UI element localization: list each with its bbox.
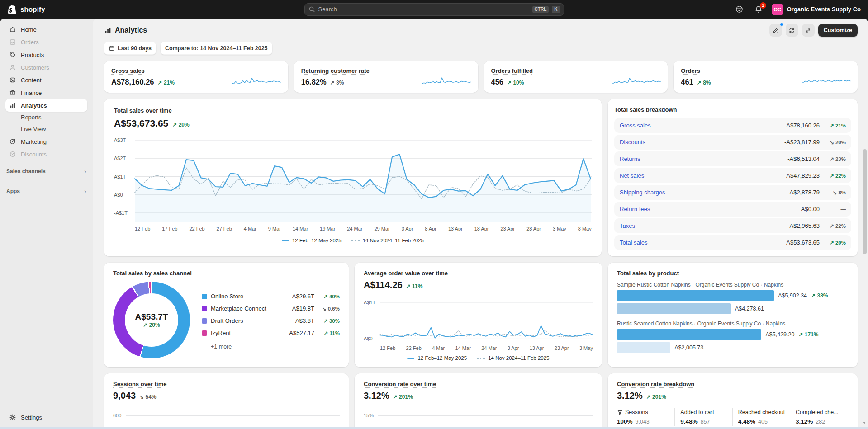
sidebar-item-customers[interactable]: Customers [5, 61, 87, 74]
step-label: Completed che... [796, 409, 839, 415]
breakdown-row: Shipping chargesA$2,878.79↘ 8% [614, 185, 851, 200]
search-input[interactable]: Search CTRL K [304, 3, 564, 16]
x-axis-tick: 12 Feb [380, 345, 395, 351]
card-title-link[interactable]: Total sales by sales channel [113, 270, 192, 277]
x-axis-tick: 23 Apr [500, 226, 515, 231]
sidebar-item-discounts[interactable]: Discounts [5, 148, 87, 160]
account-menu[interactable]: OC Organic Events Supply Co [772, 4, 861, 15]
breakdown-link[interactable]: Taxes [620, 222, 635, 229]
sidebar-item-label: Home [21, 26, 37, 33]
sidebar-item-marketing[interactable]: Marketing [5, 135, 87, 148]
step-count: 857 [701, 419, 710, 425]
scrollbar-down-arrow[interactable]: ▼ [863, 421, 866, 425]
kpi-title-link[interactable]: Gross sales [111, 67, 145, 74]
svg-text:A$1T: A$1T [114, 174, 126, 179]
account-name: Organic Events Supply Co [787, 6, 861, 13]
breakdown-link[interactable]: Shipping charges [620, 189, 665, 196]
breakdown-link[interactable]: Total sales [620, 239, 647, 246]
sidebar-item-orders[interactable]: Orders [5, 36, 87, 48]
notifications-button[interactable]: 1 [753, 4, 764, 15]
kpi-title-link[interactable]: Orders fulfilled [491, 67, 533, 74]
kpi-title-link[interactable]: Returning customer rate [301, 67, 370, 74]
x-axis-tick: 8 Apr [425, 226, 436, 231]
settings-label: Settings [21, 414, 42, 421]
card-title-link[interactable]: Average order value over time [364, 270, 448, 277]
sidebar-item-home[interactable]: Home [5, 23, 87, 36]
x-axis-tick: 22 Feb [189, 226, 204, 231]
sidekick-button[interactable] [734, 4, 745, 15]
card-title-link[interactable]: Total sales breakdown [614, 106, 677, 113]
aov-line-chart: A$1TA$0 [364, 295, 593, 344]
page-title: Analytics [104, 26, 147, 34]
horizontal-scrollbar[interactable] [0, 427, 868, 429]
sidebar-section-sales-channels[interactable]: Sales channels › [5, 168, 87, 175]
customize-button[interactable]: Customize [818, 24, 858, 37]
cycle-metrics-button[interactable] [786, 24, 798, 37]
breakdown-value: -A$23,817.99 [784, 139, 820, 146]
step-count: 405 [758, 419, 768, 425]
legend-change: ↗ 11% [318, 330, 340, 336]
product-label: Rustic Seamed Cotton Napkins · Organic E… [617, 321, 849, 327]
magic-edit-button[interactable] [769, 24, 782, 37]
section-label: Sales channels [6, 168, 46, 174]
sidebar-item-label: Content [21, 77, 42, 84]
kpi-change: ↗ 21% [158, 80, 175, 86]
sidebar-item-live-view[interactable]: Live View [5, 123, 87, 135]
search-icon [308, 6, 315, 13]
sidebar-item-products[interactable]: Products [5, 48, 87, 61]
breakdown-link[interactable]: Gross sales [620, 122, 651, 129]
breakdown-value: A$47,829.23 [786, 172, 820, 179]
conversion-change: ↗ 201% [393, 394, 413, 400]
breakdown-change: — [824, 207, 846, 212]
search-placeholder: Search [318, 6, 529, 13]
x-axis-tick: 24 Mar [481, 345, 497, 351]
sidebar-section-apps[interactable]: Apps › [5, 188, 87, 195]
x-axis-tick: 14 Mar [293, 226, 308, 231]
legend-row: Online StoreA$29.6T↗ 40% [202, 290, 340, 302]
kpi-sparkline [612, 74, 661, 88]
breakdown-value: A$78,160.26 [786, 122, 820, 129]
sidebar-item-finance[interactable]: Finance [5, 86, 87, 99]
total-sales-change: ↗ 20% [172, 122, 189, 128]
x-axis: 12 Feb17 Feb22 Feb27 Feb4 Mar9 Mar14 Mar… [114, 226, 592, 231]
breakdown-row: TaxesA$2,965.63↗ 22% [614, 218, 851, 233]
svg-text:A$2T: A$2T [114, 156, 126, 161]
shopify-logo[interactable]: shopify [7, 4, 45, 15]
card-title-link[interactable]: Conversion rate over time [364, 381, 436, 387]
finance-bank-icon [9, 89, 16, 96]
sidebar-item-analytics[interactable]: Analytics [5, 99, 87, 112]
more-channels-link[interactable]: +1 more [202, 344, 340, 350]
total-sales-line-chart: A$3TA$2TA$1TA$0-A$1T [114, 132, 592, 224]
y-tick-label: 600 [113, 413, 121, 418]
expand-fullscreen-button[interactable] [802, 24, 815, 37]
kpi-value: A$78,160.26 [111, 78, 154, 86]
sidebar-item-reports[interactable]: Reports [5, 112, 87, 123]
breakdown-link[interactable]: Returns [620, 156, 640, 162]
card-title-link[interactable]: Sessions over time [113, 381, 167, 387]
sidebar-item-label: Marketing [21, 138, 47, 145]
donut-center-value: A$53.7T [135, 312, 168, 322]
date-range-filter[interactable]: Last 90 days [104, 42, 156, 55]
breakdown-link[interactable]: Return fees [620, 206, 650, 212]
compare-filter[interactable]: Compare to: 14 Nov 2024–11 Feb 2025 [161, 42, 272, 55]
card-title-link[interactable]: Total sales over time [114, 107, 172, 114]
breakdown-row: Total salesA$53,673.65↗ 20% [614, 235, 851, 250]
kpi-card-gross-sales: Gross sales A$78,160.26 ↗ 21% [104, 61, 288, 93]
orders-icon [9, 38, 16, 46]
shopify-bag-icon [7, 4, 17, 15]
vertical-scrollbar[interactable] [863, 149, 867, 254]
y-axis-tick: 600 [113, 413, 340, 418]
product-group: Sample Rustic Cotton Napkins · Organic E… [617, 282, 849, 314]
gear-icon [9, 414, 16, 421]
sidebar-item-content[interactable]: Content [5, 74, 87, 86]
izyrent-swatch [202, 330, 207, 336]
sidebar-item-settings[interactable]: Settings [5, 411, 87, 424]
x-axis-tick: 3 May [579, 345, 593, 351]
breakdown-link[interactable]: Net sales [620, 172, 644, 179]
card-title-link[interactable]: Total sales by product [617, 270, 679, 277]
kpi-title-link[interactable]: Orders [681, 67, 700, 74]
step-pct: 4.48% [738, 418, 755, 425]
breakdown-link[interactable]: Discounts [620, 139, 645, 146]
donut-legend: Online StoreA$29.6T↗ 40% Marketplace Con… [202, 290, 340, 350]
card-title-link[interactable]: Conversion rate breakdown [617, 381, 694, 387]
